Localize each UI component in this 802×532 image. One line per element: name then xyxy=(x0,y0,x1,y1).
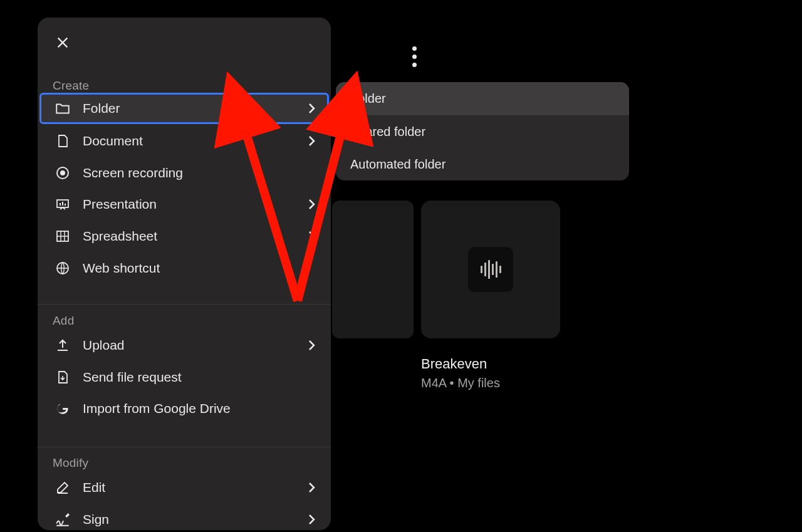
file-meta: M4A • My files xyxy=(421,376,560,390)
folder-submenu: Folder Shared folder Automated folder xyxy=(336,82,629,180)
file-tile-peek xyxy=(332,201,414,338)
menu-item-label: Spreadsheet xyxy=(83,229,157,244)
section-title-modify: Modify xyxy=(53,456,88,470)
divider xyxy=(38,447,331,447)
close-icon xyxy=(56,36,70,50)
submenu-item-label: Shared folder xyxy=(350,125,425,139)
audio-waveform-icon xyxy=(468,247,513,292)
menu-item-label: Import from Google Drive xyxy=(83,401,231,416)
chevron-right-icon xyxy=(306,513,318,526)
submenu-item-label: Folder xyxy=(350,91,386,106)
menu-item-document[interactable]: Document xyxy=(38,125,331,157)
presentation-icon xyxy=(54,196,71,213)
file-tile[interactable]: Breakeven M4A • My files xyxy=(421,201,560,390)
google-icon xyxy=(54,400,71,417)
divider xyxy=(38,304,331,305)
folder-icon xyxy=(54,100,71,117)
svg-rect-4 xyxy=(62,202,63,206)
menu-item-label: Screen recording xyxy=(83,165,183,180)
submenu-item-automated-folder[interactable]: Automated folder xyxy=(336,148,629,180)
menu-item-spreadsheet[interactable]: Spreadsheet xyxy=(38,221,331,252)
menu-item-presentation[interactable]: Presentation xyxy=(38,189,331,220)
menu-item-send-file-request[interactable]: Send file request xyxy=(38,362,331,393)
file-request-icon xyxy=(54,368,71,386)
menu-item-import-google-drive[interactable]: Import from Google Drive xyxy=(38,393,331,424)
menu-item-edit[interactable]: Edit xyxy=(38,472,331,503)
create-panel: Create Folder Document Screen recording … xyxy=(38,18,331,530)
more-options-button[interactable] xyxy=(405,44,424,69)
section-title-create: Create xyxy=(53,79,89,93)
svg-rect-3 xyxy=(60,203,61,206)
submenu-item-label: Automated folder xyxy=(350,157,445,172)
menu-item-screen-recording[interactable]: Screen recording xyxy=(38,157,331,189)
menu-item-upload[interactable]: Upload xyxy=(38,330,331,361)
chevron-right-icon xyxy=(306,481,318,494)
globe-icon xyxy=(54,259,71,277)
submenu-item-shared-folder[interactable]: Shared folder xyxy=(336,115,629,148)
menu-item-label: Sign xyxy=(83,512,109,527)
menu-item-label: Upload xyxy=(83,338,125,353)
menu-item-label: Edit xyxy=(83,480,105,495)
menu-item-label: Web shortcut xyxy=(83,261,160,276)
menu-item-label: Document xyxy=(83,133,143,149)
upload-icon xyxy=(54,336,71,354)
menu-item-label: Send file request xyxy=(83,370,182,385)
chevron-right-icon xyxy=(306,339,318,352)
close-button[interactable] xyxy=(55,35,70,50)
file-name: Breakeven xyxy=(421,356,560,372)
section-title-add: Add xyxy=(53,314,74,328)
menu-item-label: Presentation xyxy=(83,197,157,212)
record-icon xyxy=(54,164,71,182)
file-thumbnail xyxy=(421,201,560,338)
edit-icon xyxy=(54,479,71,496)
submenu-item-folder[interactable]: Folder xyxy=(336,82,629,115)
svg-point-1 xyxy=(60,170,65,175)
menu-item-label: Folder xyxy=(83,101,120,116)
svg-rect-5 xyxy=(65,204,66,206)
chevron-right-icon xyxy=(306,198,318,211)
chevron-right-icon xyxy=(306,230,318,243)
chevron-right-icon xyxy=(306,102,318,115)
document-icon xyxy=(54,132,71,150)
menu-item-folder[interactable]: Folder xyxy=(38,93,331,124)
spreadsheet-icon xyxy=(54,227,71,245)
menu-item-sign[interactable]: Sign xyxy=(38,504,331,530)
menu-item-web-shortcut[interactable]: Web shortcut xyxy=(38,253,331,284)
sign-icon xyxy=(54,511,71,528)
chevron-right-icon xyxy=(306,135,318,147)
